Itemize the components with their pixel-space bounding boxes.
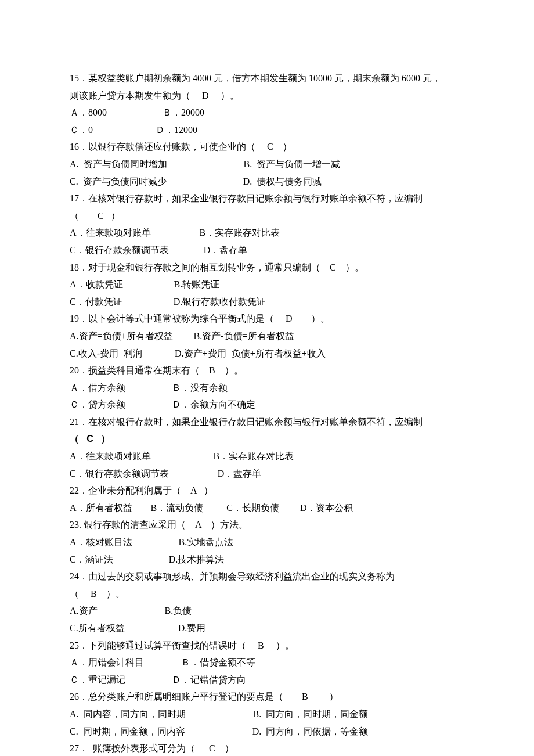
question-stem: 18．对于现金和银行存款之间的相互划转业务，通常只编制（ C ）。: [70, 259, 464, 276]
question-20: 20．损益类科目通常在期末有（ B ）。Ａ．借方余额 Ｂ．没有余额Ｃ．贷方余额 …: [70, 362, 464, 413]
question-option: Ｃ．0 Ｄ．12000: [70, 121, 464, 139]
question-22: 22．企业未分配利润属于（ A ）A．所有者权益 B．流动负债 C．长期负债 D…: [70, 482, 464, 516]
question-option: Ａ．8000 Ｂ．20000: [70, 104, 464, 121]
question-16: 16．以银行存款偿还应付账款，可使企业的（ C ）A. 资产与负债同时增加 B.…: [70, 138, 464, 190]
question-stem: 20．损益类科目通常在期末有（ B ）。: [70, 362, 464, 379]
question-18: 18．对于现金和银行存款之间的相互划转业务，通常只编制（ C ）。A．收款凭证 …: [70, 259, 464, 311]
question-option: A．往来款项对账单 B．实存账存对比表: [70, 448, 464, 465]
document-page: 15．某权益类账户期初余额为 4000 元，借方本期发生额为 10000 元，期…: [0, 0, 534, 756]
question-stem: 24．由过去的交易或事项形成、并预期会导致经济利益流出企业的现实义务称为: [70, 568, 464, 585]
question-option: Ｃ．贷方余额 Ｄ．余额方向不确定: [70, 396, 464, 413]
question-17: 17．在核对银行存款时，如果企业银行存款日记账余额与银行对账单余额不符，应编制（…: [70, 190, 464, 258]
question-stem: （ B ）。: [70, 585, 464, 603]
question-option: C．涵证法 D.技术推算法: [70, 551, 464, 568]
question-option: C．银行存款余额调节表 D．盘存单: [70, 465, 464, 483]
question-stem: 22．企业未分配利润属于（ A ）: [70, 482, 464, 499]
question-option: C. 同时期，同金额，同内容 D. 同方向，同依据，等金额: [70, 723, 464, 740]
question-option: A.资产 B.负债: [70, 602, 464, 620]
question-stem: 15．某权益类账户期初余额为 4000 元，借方本期发生额为 10000 元，期…: [70, 70, 464, 87]
question-option: Ａ．借方余额 Ｂ．没有余额: [70, 379, 464, 397]
question-option: C.所有者权益 D.费用: [70, 620, 464, 637]
question-option: C.收入-费用=利润 D.资产+费用=负债+所有者权益+收入: [70, 345, 464, 362]
question-stem: 26．总分类账户和所属明细账户平行登记的要点是（ B ）: [70, 688, 464, 705]
question-27: 27． 账簿按外表形式可分为（ C ）A. 总账、明细账和日记账 B. 序时账、…: [70, 740, 464, 756]
question-option: Ａ．用错会计科目 Ｂ．借贷金额不等: [70, 654, 464, 671]
question-stem: 16．以银行存款偿还应付账款，可使企业的（ C ）: [70, 138, 464, 156]
question-option: A．所有者权益 B．流动负债 C．长期负债 D．资本公积: [70, 499, 464, 517]
question-stem: （ C ）: [70, 207, 464, 225]
question-option: A. 同内容，同方向，同时期 B. 同方向，同时期，同金额: [70, 705, 464, 723]
question-option: A. 资产与负债同时增加 B. 资产与负债一增一减: [70, 156, 464, 173]
question-option: C．银行存款余额调节表 D．盘存单: [70, 242, 464, 259]
question-stem: 17．在核对银行存款时，如果企业银行存款日记账余额与银行对账单余额不符，应编制: [70, 190, 464, 207]
question-15: 15．某权益类账户期初余额为 4000 元，借方本期发生额为 10000 元，期…: [70, 70, 464, 138]
question-option: C. 资产与负债同时减少 D. 债权与债务同减: [70, 173, 464, 190]
question-23: 23. 银行存款的清查应采用（ A ）方法。A．核对账目法 B.实地盘点法C．涵…: [70, 516, 464, 568]
question-stem: 则该账户贷方本期发生额为（ D ）。: [70, 87, 464, 105]
question-21: 21．在核对银行存款时，如果企业银行存款日记账余额与银行对账单余额不符，应编制（…: [70, 413, 464, 482]
question-answer-mark: （ C ）: [70, 430, 464, 448]
question-26: 26．总分类账户和所属明细账户平行登记的要点是（ B ）A. 同内容，同方向，同…: [70, 688, 464, 740]
question-stem: 25．下列能够通过试算平衡查找的错误时（ B ）。: [70, 637, 464, 654]
question-option: A．收款凭证 B.转账凭证: [70, 276, 464, 293]
question-option: C．付款凭证 D.银行存款收付款凭证: [70, 293, 464, 311]
question-option: A．往来款项对账单 B．实存账存对比表: [70, 224, 464, 242]
question-stem: 19．以下会计等式中通常被称为综合平衡式的是（ D ）。: [70, 310, 464, 327]
question-25: 25．下列能够通过试算平衡查找的错误时（ B ）。Ａ．用错会计科目 Ｂ．借贷金额…: [70, 637, 464, 689]
question-stem: 23. 银行存款的清查应采用（ A ）方法。: [70, 516, 464, 534]
question-option: Ｃ．重记漏记 Ｄ．记错借贷方向: [70, 671, 464, 689]
question-stem: 27． 账簿按外表形式可分为（ C ）: [70, 740, 464, 756]
question-19: 19．以下会计等式中通常被称为综合平衡式的是（ D ）。A.资产=负债+所有者权…: [70, 310, 464, 362]
question-option: A.资产=负债+所有者权益 B.资产-负债=所有者权益: [70, 327, 464, 345]
question-option: A．核对账目法 B.实地盘点法: [70, 534, 464, 551]
question-24: 24．由过去的交易或事项形成、并预期会导致经济利益流出企业的现实义务称为（ B …: [70, 568, 464, 636]
question-stem: 21．在核对银行存款时，如果企业银行存款日记账余额与银行对账单余额不符，应编制: [70, 413, 464, 431]
